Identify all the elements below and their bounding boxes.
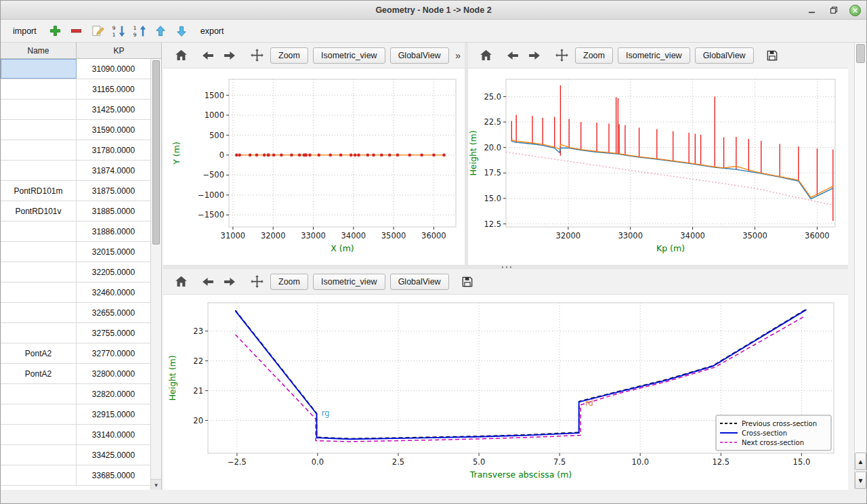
forward-icon[interactable]: [526, 47, 543, 64]
global-view-button[interactable]: GlobalView: [390, 47, 449, 64]
import-button[interactable]: import: [7, 24, 42, 39]
table-row[interactable]: PontRD101m31875.0000: [1, 181, 150, 201]
table-row[interactable]: 31425.0000: [1, 100, 150, 120]
table-row[interactable]: 32460.0000: [1, 282, 150, 303]
kp-column-header[interactable]: KP: [77, 43, 161, 58]
section-kp-cell[interactable]: 31874.0000: [77, 161, 150, 180]
home-icon[interactable]: [478, 47, 494, 64]
table-row[interactable]: 32655.0000: [1, 303, 150, 323]
table-row[interactable]: 33425.0000: [1, 445, 150, 465]
back-icon[interactable]: [200, 47, 216, 64]
name-column-header[interactable]: Name: [1, 43, 77, 58]
table-scroll-down-button[interactable]: ▾: [151, 479, 161, 490]
minimize-button[interactable]: [806, 4, 818, 16]
section-name-cell[interactable]: PontRD101v: [1, 201, 77, 221]
section-kp-cell[interactable]: 31590.0000: [77, 120, 150, 140]
plan-chart[interactable]: 310003200033000340003500036000−1500−1000…: [163, 68, 465, 264]
toolbar-overflow-chevron[interactable]: »: [455, 50, 461, 61]
global-view-button[interactable]: GlobalView: [695, 47, 754, 64]
section-name-cell[interactable]: [1, 384, 77, 404]
table-row[interactable]: 33140.0000: [1, 425, 150, 445]
section-name-cell[interactable]: [1, 140, 77, 160]
table-row[interactable]: 31874.0000: [1, 161, 150, 181]
global-view-button[interactable]: GlobalView: [390, 274, 449, 290]
export-button[interactable]: export: [195, 24, 230, 39]
window-scrollbar[interactable]: ▲ ▼: [854, 43, 866, 490]
zoom-button[interactable]: Zoom: [270, 274, 308, 290]
table-row[interactable]: 32915.0000: [1, 404, 150, 425]
section-kp-cell[interactable]: 33140.0000: [77, 425, 150, 444]
edit-icon[interactable]: [90, 24, 105, 39]
section-name-cell[interactable]: PontA2: [1, 364, 77, 383]
table-row[interactable]: PontRD101v31885.0000: [1, 201, 150, 222]
table-row[interactable]: PontA232770.0000: [1, 343, 150, 364]
section-name-cell[interactable]: [1, 59, 77, 79]
scroll-down-button[interactable]: ▼: [855, 471, 866, 489]
section-kp-cell[interactable]: 31875.0000: [77, 181, 150, 201]
back-icon[interactable]: [505, 47, 521, 64]
move-down-icon[interactable]: [174, 24, 189, 39]
sort-ascending-icon[interactable]: 19: [132, 24, 147, 39]
table-row[interactable]: 31886.0000: [1, 222, 150, 242]
section-name-cell[interactable]: [1, 79, 77, 99]
save-icon[interactable]: [459, 274, 475, 290]
section-kp-cell[interactable]: 32770.0000: [77, 343, 150, 363]
section-name-cell[interactable]: PontRD101m: [1, 181, 77, 201]
section-kp-cell[interactable]: 32820.0000: [77, 384, 150, 404]
profile-chart[interactable]: 320003300034000350003600012.515.017.520.…: [468, 68, 848, 264]
cross-section-chart[interactable]: −2.50.02.55.07.510.012.515.020212223Tran…: [163, 295, 848, 490]
section-kp-cell[interactable]: 31090.0000: [77, 59, 150, 79]
move-up-icon[interactable]: [153, 24, 168, 39]
section-name-cell[interactable]: [1, 465, 77, 485]
pan-icon[interactable]: [553, 47, 570, 64]
section-kp-cell[interactable]: 31780.0000: [77, 140, 150, 160]
forward-icon[interactable]: [221, 274, 238, 290]
section-kp-cell[interactable]: 31425.0000: [77, 100, 150, 119]
table-row[interactable]: 32755.0000: [1, 323, 150, 343]
section-kp-cell[interactable]: 32915.0000: [77, 404, 150, 424]
pan-icon[interactable]: [249, 274, 265, 290]
pan-icon[interactable]: [249, 47, 265, 64]
isometric-view-button[interactable]: Isometric_view: [618, 47, 690, 64]
save-icon[interactable]: [764, 47, 780, 64]
section-kp-cell[interactable]: 32755.0000: [77, 323, 150, 343]
table-scrollbar[interactable]: ▾: [150, 59, 161, 490]
zoom-button[interactable]: Zoom: [575, 47, 613, 64]
section-kp-cell[interactable]: 33425.0000: [77, 445, 150, 465]
section-name-cell[interactable]: [1, 323, 77, 343]
section-kp-cell[interactable]: 31885.0000: [77, 201, 150, 221]
table-row[interactable]: 32205.0000: [1, 262, 150, 282]
remove-icon[interactable]: [69, 24, 84, 39]
section-name-cell[interactable]: [1, 222, 77, 241]
section-name-cell[interactable]: [1, 242, 77, 261]
section-kp-cell[interactable]: 32015.0000: [77, 242, 150, 261]
section-kp-cell[interactable]: 31886.0000: [77, 222, 150, 241]
restore-button[interactable]: [828, 4, 840, 16]
section-kp-cell[interactable]: 31165.0000: [77, 79, 150, 99]
section-name-cell[interactable]: [1, 303, 77, 322]
table-row[interactable]: 31780.0000: [1, 140, 150, 161]
add-icon[interactable]: [48, 24, 63, 39]
section-kp-cell[interactable]: 32460.0000: [77, 282, 150, 302]
table-row[interactable]: PontA232800.0000: [1, 364, 150, 384]
section-kp-cell[interactable]: 32800.0000: [77, 364, 150, 383]
section-name-cell[interactable]: [1, 425, 77, 444]
section-name-cell[interactable]: PontA2: [1, 343, 77, 363]
table-row[interactable]: 31090.0000: [1, 59, 150, 79]
isometric-view-button[interactable]: Isometric_view: [313, 274, 385, 290]
section-name-cell[interactable]: [1, 120, 77, 140]
section-name-cell[interactable]: [1, 161, 77, 180]
section-name-cell[interactable]: [1, 100, 77, 119]
section-name-cell[interactable]: [1, 445, 77, 465]
table-row[interactable]: 32820.0000: [1, 384, 150, 404]
section-kp-cell[interactable]: 32655.0000: [77, 303, 150, 322]
home-icon[interactable]: [173, 274, 189, 290]
back-icon[interactable]: [200, 274, 216, 290]
home-icon[interactable]: [173, 47, 189, 64]
table-scrollbar-thumb[interactable]: [152, 60, 160, 245]
table-row[interactable]: 32015.0000: [1, 242, 150, 262]
section-kp-cell[interactable]: 33685.0000: [77, 465, 150, 485]
section-name-cell[interactable]: [1, 404, 77, 424]
isometric-view-button[interactable]: Isometric_view: [313, 47, 385, 64]
forward-icon[interactable]: [221, 47, 238, 64]
